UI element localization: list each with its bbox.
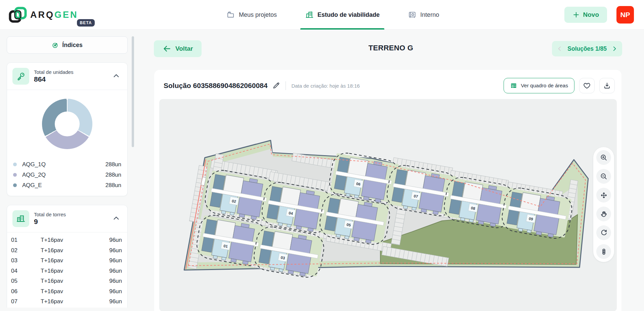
site-plan-canvas[interactable]: 010203040506070809 — [159, 99, 617, 311]
legend-color-dot — [13, 183, 17, 187]
legend-row[interactable]: AQG_E 288un — [13, 180, 121, 190]
pan-button[interactable] — [596, 207, 611, 221]
chevron-right-icon[interactable] — [611, 46, 617, 52]
zoom-in-button[interactable] — [596, 150, 611, 165]
plus-icon — [572, 11, 580, 18]
move-button[interactable] — [596, 188, 611, 203]
scroll-vertical-icon — [600, 248, 608, 256]
tower-type: T+16pav — [41, 268, 109, 274]
favorite-button[interactable] — [579, 78, 595, 93]
tower-id: 07 — [11, 298, 41, 305]
tab-label: Meus projetos — [239, 11, 277, 18]
table-icon — [510, 82, 517, 89]
svg-text:09: 09 — [528, 217, 533, 221]
sidebar-scrollbar[interactable] — [132, 36, 134, 147]
tower-units: 96un — [109, 298, 122, 305]
tower-type: T+16pav — [41, 247, 109, 254]
legend-row[interactable]: AQG_1Q 288un — [13, 159, 121, 170]
tower-id: 05 — [11, 278, 41, 284]
user-avatar[interactable]: NP — [616, 6, 634, 24]
zoom-out-icon — [600, 173, 608, 180]
building-icon — [305, 10, 314, 19]
arqgen-logo-icon — [9, 6, 27, 24]
tower-type: T+16pav — [41, 278, 109, 284]
tower-units: 96un — [109, 257, 122, 264]
svg-text:07: 07 — [414, 194, 419, 198]
legend-row[interactable]: AQG_2Q 288un — [13, 170, 121, 180]
divider — [286, 81, 286, 90]
tower-row[interactable]: 02 T+16pav 96un — [11, 246, 122, 256]
chevron-left-icon[interactable] — [557, 46, 563, 52]
units-card-title: Total de unidades — [34, 69, 106, 75]
collapse-units-button[interactable] — [111, 70, 122, 83]
new-button[interactable]: Novo — [564, 7, 607, 23]
tower-type: T+16pav — [41, 288, 109, 295]
heart-icon — [583, 82, 591, 90]
view-areas-button[interactable]: Ver quadro de áreas — [504, 78, 574, 93]
download-icon — [603, 82, 611, 90]
app-logo[interactable]: ARQGEN BETA — [9, 6, 95, 27]
solution-card: Solução 6035886904862060084 Data de cria… — [154, 70, 621, 311]
download-button[interactable] — [599, 78, 615, 93]
legend-color-dot — [13, 163, 17, 166]
tower-row[interactable]: 04 T+16pav 96un — [11, 266, 122, 276]
legend-label: AQG_1Q — [22, 161, 46, 168]
tower-units: 96un — [109, 268, 122, 274]
tower-type: T+16pav — [41, 237, 109, 243]
tower-type: T+16pav — [41, 257, 109, 264]
map-controls — [593, 147, 614, 262]
tower-id: 04 — [11, 268, 41, 274]
edit-solution-button[interactable] — [272, 82, 280, 90]
rotate-icon — [600, 229, 608, 237]
tower-id: 03 — [11, 257, 41, 264]
units-donut-chart — [42, 99, 92, 149]
svg-text:03: 03 — [281, 255, 286, 260]
solutions-pagination[interactable]: Soluções 1/85 — [552, 41, 622, 56]
tower-row[interactable]: 03 T+16pav 96un — [11, 256, 122, 266]
active-tab-underline — [300, 28, 384, 30]
tower-units: 96un — [109, 278, 122, 284]
tab-interno[interactable]: Interno — [403, 0, 444, 30]
tower-units: 96un — [109, 247, 122, 254]
legend-label: AQG_E — [22, 182, 42, 189]
main-content: Voltar TERRENO G Soluções 1/85 Solução 6… — [138, 30, 644, 311]
svg-text:02: 02 — [231, 199, 237, 204]
beta-badge: BETA — [77, 19, 95, 27]
tab-meus-projetos[interactable]: Meus projetos — [222, 0, 282, 30]
legend-value: 288un — [105, 172, 121, 178]
tab-label: Interno — [420, 11, 439, 18]
solution-created-date: Data de criação: hoje às 18:16 — [291, 83, 359, 89]
tower-id: 02 — [11, 247, 41, 254]
rotate-button[interactable] — [596, 225, 611, 240]
tab-estudo-viabilidade[interactable]: Estudo de viabilidade — [300, 0, 384, 30]
scroll-vertical-button[interactable] — [596, 244, 611, 259]
indices-button-label: Índices — [62, 42, 82, 49]
tower-row[interactable]: 06 T+16pav 96un — [11, 286, 122, 297]
tower-row[interactable]: 05 T+16pav 96un — [11, 276, 122, 286]
zoom-in-icon — [600, 154, 608, 162]
tower-list: 01 T+16pav 96un02 T+16pav 96un03 T+16pav… — [7, 232, 127, 308]
indices-button[interactable]: Índices — [7, 36, 128, 54]
svg-text:06: 06 — [356, 182, 361, 186]
site-plan-drawing: 010203040506070809 — [159, 99, 617, 311]
tower-row[interactable]: 01 T+16pav 96un — [11, 235, 122, 246]
tower-units: 96un — [109, 288, 122, 295]
new-button-label: Novo — [583, 11, 599, 18]
tower-type: T+16pav — [41, 298, 109, 305]
logo-text: ARQGEN — [30, 10, 78, 20]
view-areas-label: Ver quadro de áreas — [521, 83, 568, 89]
units-legend: AQG_1Q 288un AQG_2Q 288un AQG_E 288un — [7, 159, 127, 196]
solution-title: Solução 6035886904862060084 — [164, 82, 267, 90]
tower-row[interactable]: 08 T+16pav 96un — [11, 307, 122, 308]
svg-text:08: 08 — [471, 206, 476, 211]
zoom-out-button[interactable] — [596, 169, 611, 184]
sidebar: Índices Total de unidades 864 — [0, 30, 138, 308]
legend-value: 288un — [105, 161, 121, 168]
collapse-towers-button[interactable] — [111, 213, 122, 225]
tab-label: Estudo de viabilidade — [317, 11, 380, 18]
legend-value: 288un — [105, 182, 121, 189]
tower-row[interactable]: 07 T+16pav 96un — [11, 297, 122, 307]
towers-card-title: Total de torres — [34, 212, 106, 217]
safe-icon — [408, 10, 417, 19]
towers-card: Total de torres 9 01 T+16pav 96un02 T+16… — [7, 205, 128, 308]
